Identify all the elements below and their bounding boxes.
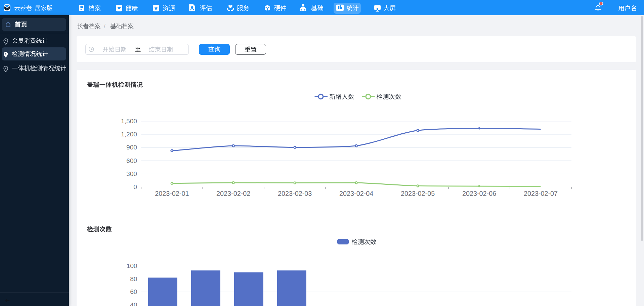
svg-text:600: 600 [126, 157, 137, 164]
svg-text:2023-02-06: 2023-02-06 [462, 190, 496, 197]
svg-text:300: 300 [126, 170, 137, 177]
svg-text:60: 60 [130, 288, 137, 295]
svg-text:1,500: 1,500 [121, 118, 137, 125]
svg-text:80: 80 [130, 275, 137, 282]
svg-text:2023-02-04: 2023-02-04 [339, 190, 373, 197]
svg-text:2023-02-05: 2023-02-05 [401, 190, 435, 197]
svg-text:2023-02-02: 2023-02-02 [216, 190, 250, 197]
svg-text:40: 40 [130, 301, 137, 306]
svg-text:2023-02-07: 2023-02-07 [524, 190, 558, 197]
svg-text:1,200: 1,200 [121, 131, 137, 138]
svg-text:2023-02-01: 2023-02-01 [155, 190, 189, 197]
svg-text:100: 100 [126, 262, 137, 269]
svg-text:0: 0 [133, 183, 137, 190]
svg-text:/: / [104, 23, 105, 30]
svg-text:2023-02-03: 2023-02-03 [278, 190, 312, 197]
svg-text:900: 900 [126, 144, 137, 151]
